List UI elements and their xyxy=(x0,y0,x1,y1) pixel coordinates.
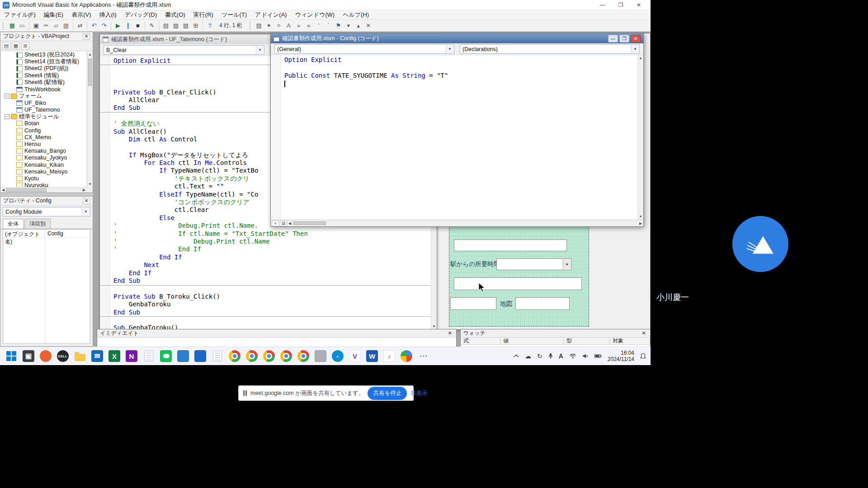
tray-clock[interactable]: 16:04 2024/11/14 xyxy=(608,350,634,362)
chrome-3-taskbar-icon[interactable] xyxy=(262,349,276,363)
minimize-button[interactable]: — xyxy=(594,0,612,10)
toolbox-icon[interactable]: ⊞ xyxy=(191,21,200,30)
immediate-content[interactable] xyxy=(97,338,456,347)
userform-canvas[interactable]: 駅からの所要時間 ▼ 地図 xyxy=(449,225,589,327)
word-taskbar-icon[interactable]: W xyxy=(365,349,379,363)
watch-close-icon[interactable]: ✕ xyxy=(640,330,647,336)
menu-item[interactable]: 実行(R) xyxy=(189,10,217,19)
insert-userform-icon[interactable]: ▭ xyxy=(18,21,27,30)
project-vertical-scrollbar[interactable]: ▲ ▼ xyxy=(87,52,93,187)
object-browser-icon[interactable]: ▧ xyxy=(181,21,190,30)
editor-taskbar-icon[interactable] xyxy=(211,349,224,363)
tray-cloud-icon[interactable]: ☁ xyxy=(525,352,531,360)
scroll-down-icon[interactable]: ▼ xyxy=(431,324,437,328)
break-icon[interactable]: ∥ xyxy=(123,21,132,30)
restore-button[interactable]: ❐ xyxy=(612,0,630,10)
menu-item[interactable]: ウィンドウ(W) xyxy=(291,10,339,19)
child-restore-button[interactable]: ❐ xyxy=(619,35,629,42)
project-horizontal-scrollbar[interactable]: ◀ ▶ xyxy=(0,187,87,192)
scroll-right-icon[interactable]: ▶ xyxy=(81,188,87,192)
chrome-4-taskbar-icon[interactable] xyxy=(279,349,293,363)
clear-bookmarks-icon[interactable]: ✕ xyxy=(364,21,373,30)
properties-close-icon[interactable]: ✕ xyxy=(83,198,90,204)
v-app-taskbar-icon[interactable]: V xyxy=(348,349,362,363)
menu-item[interactable]: 表示(V) xyxy=(67,10,95,19)
scroll-left-icon[interactable]: ◀ xyxy=(287,221,292,225)
menu-item[interactable]: ツール(T) xyxy=(217,10,251,19)
tab-categorized[interactable]: 項目別 xyxy=(24,219,51,229)
find-icon[interactable]: ⇄ xyxy=(75,21,85,30)
dock-splitter[interactable] xyxy=(0,193,93,196)
tray-mic-icon[interactable] xyxy=(548,353,553,359)
code2-horizontal-scrollbar[interactable]: ≡ ▤ ◀ ▶ xyxy=(271,220,643,226)
tab-alphabetic[interactable]: 全体 xyxy=(3,219,24,229)
scroll-down-icon[interactable]: ▼ xyxy=(87,182,93,186)
property-row[interactable]: (オブジェクト名) Config xyxy=(3,230,90,238)
cut-icon[interactable]: ✂ xyxy=(42,21,51,30)
gray-app-taskbar-icon[interactable] xyxy=(314,349,327,363)
paste-icon[interactable]: ▥ xyxy=(61,21,71,30)
explorer-taskbar-icon[interactable] xyxy=(73,349,87,363)
child-minimize-button[interactable]: — xyxy=(608,35,618,42)
scroll-right-icon[interactable]: ▶ xyxy=(638,221,643,225)
object-dropdown[interactable]: B_Clear ▼ xyxy=(104,45,264,55)
project-item[interactable]: −フォーム xyxy=(1,93,86,99)
menu-item[interactable]: デバッグ(D) xyxy=(121,10,161,19)
chrome-1-taskbar-icon[interactable] xyxy=(228,349,241,363)
project-item[interactable]: Kensaku_Bango xyxy=(1,148,86,155)
undo-icon[interactable]: ↶ xyxy=(90,21,99,30)
quick-info-icon[interactable]: ✦ xyxy=(264,21,274,30)
project-item[interactable]: Kensaku_Meisyo xyxy=(1,168,86,175)
form-textbox[interactable] xyxy=(515,297,570,310)
firefox-taskbar-icon[interactable] xyxy=(39,349,52,363)
dell-taskbar-icon[interactable]: DELL xyxy=(56,349,70,363)
form-textbox[interactable] xyxy=(454,239,567,251)
tray-chevron-up-icon[interactable] xyxy=(514,354,519,358)
code2-vertical-scrollbar[interactable]: ▲ ▼ xyxy=(637,55,643,220)
list-properties-icon[interactable]: ▤ xyxy=(255,21,264,30)
project-item[interactable]: Kensaku_Kikan xyxy=(1,161,86,168)
project-item[interactable]: Nyuryoku xyxy=(1,182,86,187)
scroll-left-icon[interactable]: ◀ xyxy=(0,188,6,192)
redo-icon[interactable]: ↷ xyxy=(99,21,108,30)
project-item[interactable]: Kyotu xyxy=(1,175,86,182)
music-taskbar-icon[interactable]: ♪ xyxy=(382,349,396,363)
child-close-button[interactable]: ✕ xyxy=(631,35,641,42)
edge-taskbar-icon[interactable]: e xyxy=(331,349,344,363)
param-info-icon[interactable]: ✧ xyxy=(274,21,283,30)
project-item[interactable]: UF_Tatemono xyxy=(1,107,86,113)
form-textbox[interactable] xyxy=(450,297,496,310)
excel-taskbar-icon[interactable]: X xyxy=(108,349,121,363)
uncomment-block-icon[interactable]: ` xyxy=(324,21,333,30)
project-item[interactable]: Sheet4 (情報) xyxy=(1,72,86,79)
procedure-view-button[interactable]: ≡ xyxy=(272,221,279,226)
project-item[interactable]: CX_Memo xyxy=(1,134,86,141)
chrome-2-taskbar-icon[interactable] xyxy=(245,349,259,363)
project-item[interactable]: Sheet14 (担当者情報) xyxy=(1,58,86,65)
immediate-close-icon[interactable]: ✕ xyxy=(446,330,453,336)
onenote-taskbar-icon[interactable]: N xyxy=(125,349,138,363)
hide-link[interactable]: 非表示 xyxy=(410,389,428,397)
form-combobox[interactable]: ▼ xyxy=(496,258,571,270)
run-icon[interactable]: ▶ xyxy=(113,21,123,30)
comment-block-icon[interactable]: ' xyxy=(314,21,323,30)
scroll-up-icon[interactable]: ▲ xyxy=(87,52,93,56)
code2-editor[interactable]: Option Explicit Public Const TATE_SYUGOT… xyxy=(271,55,643,220)
start-taskbar-icon[interactable] xyxy=(5,349,18,363)
menu-item[interactable]: 挿入(I) xyxy=(95,10,121,19)
project-item[interactable]: −標準モジュール xyxy=(1,113,86,120)
full-module-view-button[interactable]: ▤ xyxy=(280,221,287,226)
toolbar-grip[interactable] xyxy=(3,22,5,30)
project-item[interactable]: ThisWorkbook xyxy=(1,86,86,93)
save-icon[interactable]: ▣ xyxy=(32,21,41,30)
excel-icon[interactable]: ▦ xyxy=(8,21,17,30)
project-item[interactable]: Botan xyxy=(1,120,86,127)
project-explorer-icon[interactable]: ▤ xyxy=(161,21,170,30)
project-item[interactable]: Hensu xyxy=(1,141,86,147)
previous-bookmark-icon[interactable]: ▴ xyxy=(354,21,363,30)
view-object-button[interactable]: ▦ xyxy=(12,42,20,50)
project-item[interactable]: Sheet2 (PDF(紙)) xyxy=(1,65,86,72)
menu-item[interactable]: ヘルプ(H) xyxy=(339,10,373,19)
tree-collapse-icon[interactable]: − xyxy=(5,94,9,99)
menu-item[interactable]: ファイル(F) xyxy=(0,10,40,19)
